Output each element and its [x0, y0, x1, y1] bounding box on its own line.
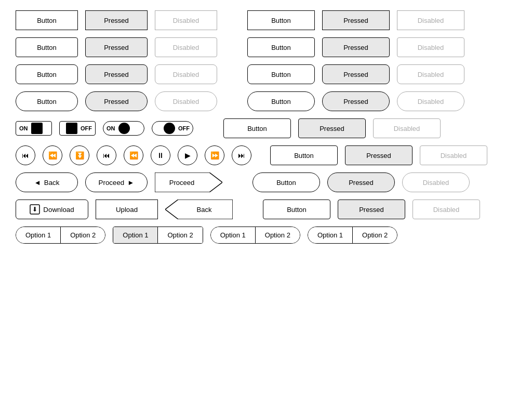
toggle-thumb-round-off — [164, 123, 175, 134]
proceed-arrow-button[interactable]: Proceed — [155, 172, 222, 192]
option1-btn-1[interactable]: Option 1 — [16, 227, 61, 243]
button-pill-disabled: Disabled — [155, 91, 217, 111]
media-rewind1[interactable]: ⏮ — [16, 145, 35, 165]
toggle-on-square[interactable]: ON — [16, 121, 52, 136]
button-medium-normal-r[interactable]: Button — [247, 64, 315, 84]
button-row6-disabled-r: Disabled — [420, 145, 487, 165]
back-label: Back — [44, 179, 60, 187]
toggle-off-label: OFF — [78, 125, 94, 131]
button-row5-pressed-r[interactable]: Pressed — [298, 118, 366, 138]
media-pause[interactable]: ⏸ — [151, 145, 170, 165]
option2-btn-4[interactable]: Option 2 — [353, 227, 397, 243]
option-group-pill-3: Option 1 Option 2 — [210, 227, 300, 244]
button-slight-normal[interactable]: Button — [16, 37, 78, 57]
proceed-button-pill[interactable]: Proceed ► — [85, 172, 148, 192]
button-slight-pressed-r[interactable]: Pressed — [322, 37, 390, 57]
toggle-on-round[interactable]: ON — [103, 121, 144, 136]
proceed-arrow-icon: ► — [127, 179, 134, 187]
option-group-pill-2: Option 1 Option 2 — [113, 227, 203, 244]
toggle-on-round-label: ON — [104, 125, 117, 131]
button-medium-disabled: Disabled — [155, 64, 217, 84]
button-slight-pressed[interactable]: Pressed — [85, 37, 148, 57]
back-arrow-button[interactable]: Back — [165, 200, 233, 219]
button-sharp-pressed-r[interactable]: Pressed — [322, 10, 390, 30]
toggle-off-round-label: OFF — [176, 125, 192, 131]
toggle-off-round[interactable]: OFF — [152, 121, 193, 136]
download-icon: ⬇ — [30, 204, 40, 215]
back-button-pill[interactable]: ◄ Back — [16, 172, 78, 192]
button-slight-normal-r[interactable]: Button — [247, 37, 315, 57]
back-arrow-icon: ◄ — [34, 179, 41, 187]
media-play[interactable]: ▶ — [178, 145, 197, 165]
toggle-thumb-round-on — [118, 123, 130, 134]
option2-btn-2[interactable]: Option 2 — [158, 227, 202, 243]
button-slight-disabled: Disabled — [155, 37, 217, 57]
svg-text:Back: Back — [197, 206, 212, 214]
media-fast-back[interactable]: ⏪ — [124, 145, 143, 165]
button-slight-disabled-r: Disabled — [397, 37, 464, 57]
button-row8-disabled-r: Disabled — [413, 200, 480, 219]
button-sharp-disabled-r: Disabled — [397, 10, 464, 30]
media-skip-back[interactable]: ⏮ — [97, 145, 116, 165]
button-row6-normal-r[interactable]: Button — [270, 145, 338, 165]
button-sharp-normal-r[interactable]: Button — [247, 10, 315, 30]
button-sharp-disabled: Disabled — [155, 10, 217, 30]
svg-text:Proceed: Proceed — [169, 179, 194, 187]
option1-btn-4[interactable]: Option 1 — [308, 227, 353, 243]
button-medium-normal[interactable]: Button — [16, 64, 78, 84]
option2-btn-3[interactable]: Option 2 — [256, 227, 300, 243]
button-pill-normal-r[interactable]: Button — [247, 91, 315, 111]
download-label: Download — [43, 206, 74, 214]
upload-button[interactable]: Upload — [96, 200, 158, 219]
button-row7-pressed-r[interactable]: Pressed — [327, 172, 395, 192]
toggle-off-square[interactable]: OFF — [59, 121, 96, 136]
option1-btn-2[interactable]: Option 1 — [113, 227, 158, 243]
button-medium-pressed[interactable]: Pressed — [85, 64, 148, 84]
button-row6-pressed-r[interactable]: Pressed — [345, 145, 413, 165]
button-pill-pressed[interactable]: Pressed — [85, 91, 148, 111]
toggle-thumb-square-on — [31, 123, 43, 134]
svg-text:⬇: ⬇ — [32, 206, 37, 213]
button-medium-disabled-r: Disabled — [397, 64, 464, 84]
button-row5-disabled-r: Disabled — [373, 118, 441, 138]
toggle-on-label: ON — [17, 125, 30, 131]
media-rewind2[interactable]: ⏪ — [43, 145, 62, 165]
button-sharp-pressed[interactable]: Pressed — [85, 10, 148, 30]
button-medium-pressed-r[interactable]: Pressed — [322, 64, 390, 84]
button-sharp-normal[interactable]: Button — [16, 10, 78, 30]
option1-btn-3[interactable]: Option 1 — [211, 227, 256, 243]
button-pill-pressed-r[interactable]: Pressed — [322, 91, 390, 111]
button-row8-normal-r[interactable]: Button — [263, 200, 330, 219]
option-group-pill-4: Option 1 Option 2 — [308, 227, 397, 244]
option2-btn-1[interactable]: Option 2 — [61, 227, 105, 243]
button-pill-normal[interactable]: Button — [16, 91, 78, 111]
media-rewind3[interactable]: ⏬ — [70, 145, 89, 165]
option-group-pill-1: Option 1 Option 2 — [16, 227, 105, 244]
media-fast-forward[interactable]: ⏩ — [205, 145, 224, 165]
upload-label: Upload — [116, 206, 138, 214]
button-row5-normal-r[interactable]: Button — [223, 118, 291, 138]
proceed-label-left: Proceed — [99, 179, 125, 187]
toggle-thumb-square-off — [66, 123, 77, 134]
button-row7-disabled-r: Disabled — [402, 172, 470, 192]
button-row7-normal-r[interactable]: Button — [252, 172, 320, 192]
button-pill-disabled-r: Disabled — [397, 91, 464, 111]
download-button[interactable]: ⬇ Download — [16, 200, 88, 219]
media-skip-forward[interactable]: ⏭ — [232, 145, 251, 165]
button-row8-pressed-r[interactable]: Pressed — [338, 200, 405, 219]
